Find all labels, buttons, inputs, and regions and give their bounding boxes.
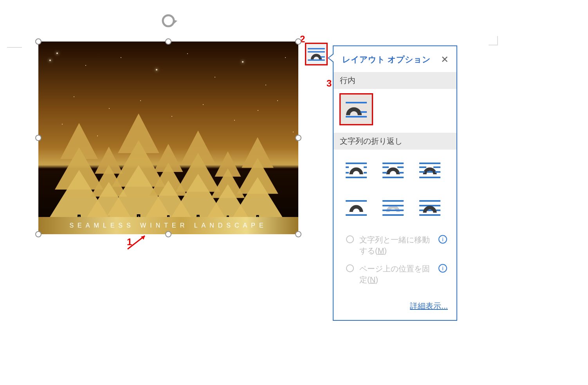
radio-move-text-a: 文字列と一緒に移動する( (359, 235, 430, 255)
see-more-wrap: 詳細表示... (334, 294, 456, 320)
wrap-topbottom-icon (344, 198, 368, 217)
info-icon[interactable]: i (438, 235, 447, 244)
rotate-handle[interactable] (159, 12, 177, 30)
wrap-through-icon (418, 160, 442, 180)
wrap-option-front[interactable] (414, 193, 446, 222)
resize-handle-mr[interactable] (295, 135, 301, 141)
wrap-front-icon (418, 198, 442, 217)
layout-options-icon (307, 44, 326, 64)
radio-fix-text-b: ) (375, 275, 378, 284)
resize-handle-bm[interactable] (165, 231, 171, 237)
popover-header: レイアウト オプション ✕ (334, 46, 456, 72)
layout-options-button[interactable] (306, 44, 326, 64)
page-margin-corner-tl (7, 32, 23, 48)
page-margin-corner-tr (482, 30, 498, 45)
radio-move-label: 文字列と一緒に移動する(M) (359, 234, 435, 256)
radio-move-with-text: 文字列と一緒に移動する(M) i (339, 231, 451, 260)
wrap-tight-icon (381, 160, 405, 180)
popover-title: レイアウト オプション (342, 54, 431, 65)
layout-options-popover: レイアウト オプション ✕ 行内 3 文字列の折り返し (333, 45, 457, 321)
selected-image-wrapper[interactable]: SEAMLESS WINTER LANDSCAPE (38, 42, 298, 234)
resize-handle-br[interactable] (295, 231, 301, 237)
wrap-behind-icon (381, 198, 405, 217)
wrap-option-through[interactable] (414, 155, 446, 185)
annotation-number-3: 3 (326, 78, 332, 89)
section-body-inline: 3 (334, 89, 456, 133)
wrap-inline-icon (344, 99, 368, 119)
resize-handle-ml[interactable] (35, 135, 41, 141)
wrap-option-tight[interactable] (377, 155, 409, 185)
popover-close-button[interactable]: ✕ (438, 53, 451, 66)
resize-handle-bl[interactable] (35, 231, 41, 237)
image-trees (38, 100, 298, 218)
annotation-number-1: 1 (127, 237, 132, 248)
radio-move-text-b: ) (384, 246, 387, 255)
radio-circle-icon (346, 235, 354, 243)
wrap-option-behind[interactable] (377, 193, 409, 222)
section-header-inline: 行内 (334, 72, 456, 89)
radio-fix-key: N (370, 275, 375, 284)
see-more-link[interactable]: 詳細表示... (410, 302, 448, 310)
info-icon[interactable]: i (438, 264, 447, 273)
resize-handle-tr[interactable] (295, 38, 301, 45)
resize-handle-tm[interactable] (165, 38, 171, 45)
radio-fix-label: ページ上の位置を固定(N) (359, 263, 435, 285)
radio-move-key: M (378, 246, 384, 255)
wrap-square-icon (344, 160, 368, 180)
radio-fix-on-page: ページ上の位置を固定(N) i (339, 260, 451, 289)
wrap-option-square[interactable] (341, 155, 372, 185)
winter-landscape-image[interactable]: SEAMLESS WINTER LANDSCAPE (38, 42, 298, 234)
rotate-icon (159, 12, 177, 30)
svg-point-0 (163, 15, 174, 26)
section-body-wrap: 文字列と一緒に移動する(M) i ページ上の位置を固定(N) i (334, 150, 456, 294)
resize-handle-tl[interactable] (35, 38, 41, 45)
wrap-option-topbottom[interactable] (341, 193, 372, 222)
radio-circle-icon (346, 264, 354, 272)
image-banner-text: SEAMLESS WINTER LANDSCAPE (69, 222, 267, 229)
section-header-wrap: 文字列の折り返し (334, 133, 456, 150)
wrap-option-inline[interactable] (341, 94, 372, 124)
